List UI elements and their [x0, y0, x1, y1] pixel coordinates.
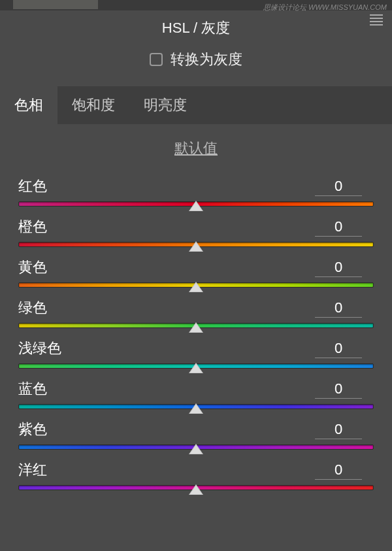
convert-grayscale-checkbox[interactable] [150, 53, 163, 66]
slider-item-aqua: 浅绿色0 [18, 339, 374, 369]
slider-label-blue: 蓝色 [18, 379, 47, 399]
slider-value-magenta[interactable]: 0 [315, 461, 362, 480]
slider-value-blue[interactable]: 0 [315, 380, 362, 399]
sliders-container: 红色0橙色0黄色0绿色0浅绿色0蓝色0紫色0洋红0 [0, 176, 392, 490]
slider-value-purple[interactable]: 0 [315, 421, 362, 439]
slider-track-magenta[interactable] [18, 485, 374, 490]
tab-hue[interactable]: 色相 [0, 86, 57, 124]
slider-item-yellow: 黄色0 [18, 258, 374, 288]
slider-value-orange[interactable]: 0 [315, 218, 362, 237]
default-row: 默认值 [0, 124, 392, 176]
slider-track-purple[interactable] [18, 444, 374, 450]
slider-value-yellow[interactable]: 0 [315, 259, 362, 277]
slider-label-red: 红色 [18, 176, 47, 196]
slider-header: 蓝色0 [18, 379, 374, 399]
slider-track-orange[interactable] [18, 242, 374, 247]
hamburger-menu-icon[interactable] [370, 14, 383, 25]
convert-grayscale-row: 转换为灰度 [0, 50, 392, 86]
slider-item-blue: 蓝色0 [18, 379, 374, 409]
slider-value-green[interactable]: 0 [315, 299, 362, 318]
slider-header: 浅绿色0 [18, 339, 374, 358]
convert-grayscale-label: 转换为灰度 [171, 50, 242, 69]
slider-label-magenta: 洋红 [18, 460, 47, 480]
slider-label-aqua: 浅绿色 [18, 339, 61, 358]
slider-header: 洋红0 [18, 460, 374, 480]
slider-item-green: 绿色0 [18, 298, 374, 328]
slider-label-purple: 紫色 [18, 420, 47, 439]
panel-title-text: HSL / 灰度 [162, 20, 230, 36]
slider-track-blue[interactable] [18, 404, 374, 409]
slider-header: 橙色0 [18, 217, 374, 237]
slider-item-purple: 紫色0 [18, 420, 374, 450]
slider-track-red[interactable] [18, 201, 374, 207]
slider-header: 红色0 [18, 176, 374, 196]
slider-track-yellow[interactable] [18, 282, 374, 288]
slider-header: 黄色0 [18, 258, 374, 277]
default-link[interactable]: 默认值 [174, 140, 218, 156]
slider-track-green[interactable] [18, 323, 374, 328]
tab-luminance[interactable]: 明亮度 [129, 86, 201, 124]
slider-header: 紫色0 [18, 420, 374, 439]
panel-header: HSL / 灰度 [0, 10, 392, 50]
slider-item-magenta: 洋红0 [18, 460, 374, 490]
tab-saturation[interactable]: 饱和度 [57, 86, 129, 124]
slider-label-orange: 橙色 [18, 217, 47, 237]
slider-track-aqua[interactable] [18, 363, 374, 369]
slider-value-red[interactable]: 0 [315, 178, 362, 196]
adjustment-tabs: 色相 饱和度 明亮度 [0, 86, 392, 124]
slider-label-yellow: 黄色 [18, 258, 47, 277]
slider-item-orange: 橙色0 [18, 217, 374, 247]
panel-tab-strip [13, 0, 98, 9]
slider-header: 绿色0 [18, 298, 374, 318]
slider-item-red: 红色0 [18, 176, 374, 207]
slider-label-green: 绿色 [18, 298, 47, 318]
slider-value-aqua[interactable]: 0 [315, 340, 362, 358]
